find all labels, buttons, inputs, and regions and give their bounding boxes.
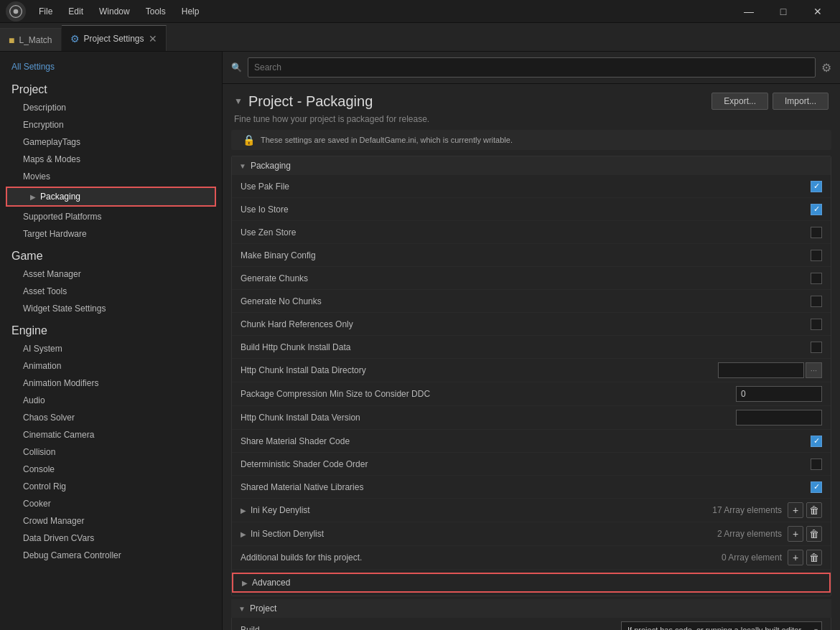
sidebar-item-description[interactable]: Description xyxy=(0,99,222,116)
close-button[interactable]: ✕ xyxy=(801,0,834,23)
checkbox-deterministic-shader[interactable] xyxy=(811,459,822,470)
import-button[interactable]: Import... xyxy=(773,93,829,110)
label-share-material-shader: Share Material Shader Code xyxy=(241,436,811,446)
compression-min-size-input[interactable] xyxy=(736,386,822,402)
ini-key-delete-btn[interactable]: 🗑 xyxy=(806,502,822,518)
app-logo xyxy=(6,1,26,22)
sidebar-item-maps-modes[interactable]: Maps & Modes xyxy=(0,151,222,168)
checkbox-use-pak-file[interactable] xyxy=(811,181,822,192)
project-rows: Build If project has code, or running a … xyxy=(231,618,831,630)
checkbox-generate-no-chunks[interactable] xyxy=(811,296,822,307)
build-dropdown[interactable]: If project has code, or running a locall… xyxy=(621,621,822,630)
build-dropdown-wrapper: If project has code, or running a locall… xyxy=(621,621,822,630)
label-build: Build xyxy=(241,625,621,630)
sidebar-item-asset-manager[interactable]: Asset Manager xyxy=(0,265,222,283)
sidebar-section-game: Game xyxy=(0,243,222,265)
sidebar-item-widget-state[interactable]: Widget State Settings xyxy=(0,300,222,317)
sidebar-item-control-rig[interactable]: Control Rig xyxy=(0,478,222,495)
sidebar-item-movies[interactable]: Movies xyxy=(0,168,222,185)
sidebar-item-target-hardware[interactable]: Target Hardware xyxy=(0,225,222,243)
row-ini-section-denylist: ▶ Ini Section Denylist 2 Array elements … xyxy=(232,522,831,546)
svg-point-1 xyxy=(14,9,19,14)
lock-icon: 🔒 xyxy=(243,134,255,146)
settings-gear-icon[interactable]: ⚙ xyxy=(821,61,831,75)
sidebar-item-packaging[interactable]: ▶ Packaging xyxy=(7,188,215,205)
row-chunk-hard-refs: Chunk Hard References Only xyxy=(232,313,831,336)
sidebar-item-debug-camera[interactable]: Debug Camera Controller xyxy=(0,547,222,564)
menu-file[interactable]: File xyxy=(32,4,60,19)
search-input[interactable] xyxy=(248,57,816,77)
menu-edit[interactable]: Edit xyxy=(61,4,90,19)
ini-key-count: 17 Array elements xyxy=(696,505,782,515)
label-generate-no-chunks: Generate No Chunks xyxy=(241,296,811,306)
tab-close-button[interactable]: ✕ xyxy=(149,33,157,44)
sidebar-item-gameplaytags[interactable]: GameplayTags xyxy=(0,133,222,151)
advanced-row[interactable]: ▶ Advanced xyxy=(232,573,831,593)
row-deterministic-shader: Deterministic Shader Code Order xyxy=(232,453,831,476)
menu-bar: File Edit Window Tools Help xyxy=(32,4,732,19)
packaging-arrow-icon: ▶ xyxy=(30,193,36,201)
sidebar-item-chaos-solver[interactable]: Chaos Solver xyxy=(0,409,222,426)
label-use-pak-file: Use Pak File xyxy=(241,182,811,192)
sidebar-item-crowd-manager[interactable]: Crowd Manager xyxy=(0,512,222,530)
ini-section-add-btn[interactable]: + xyxy=(788,526,803,542)
checkbox-build-http-chunk[interactable] xyxy=(811,342,822,353)
http-chunk-version-input[interactable] xyxy=(736,410,822,426)
project-section: ▼ Project Build If project has code, or … xyxy=(231,599,831,630)
minimize-button[interactable]: — xyxy=(732,0,765,23)
ini-section-delete-btn[interactable]: 🗑 xyxy=(806,526,822,542)
menu-tools[interactable]: Tools xyxy=(139,4,173,19)
advanced-arrow-icon: ▶ xyxy=(242,579,248,587)
ini-key-add-btn[interactable]: + xyxy=(788,502,803,518)
sidebar-item-ai-system[interactable]: AI System xyxy=(0,340,222,357)
sidebar-item-supported-platforms[interactable]: Supported Platforms xyxy=(0,208,222,225)
tab-active-icon: ⚙ xyxy=(70,33,80,44)
http-chunk-dir-input[interactable] xyxy=(718,362,804,378)
checkbox-make-binary-config[interactable] xyxy=(811,250,822,261)
http-chunk-dir-control: ··· xyxy=(718,362,822,378)
tab-active-label: Project Settings xyxy=(84,34,144,44)
checkbox-use-zen-store[interactable] xyxy=(811,227,822,238)
settings-notice: 🔒 These settings are saved in DefaultGam… xyxy=(231,130,831,150)
sidebar-item-cooker[interactable]: Cooker xyxy=(0,495,222,512)
sidebar-item-animation-modifiers[interactable]: Animation Modifiers xyxy=(0,375,222,392)
sidebar-item-asset-tools[interactable]: Asset Tools xyxy=(0,283,222,300)
project-section-header[interactable]: ▼ Project xyxy=(231,599,831,618)
checkbox-shared-material-native[interactable] xyxy=(811,481,822,493)
sidebar-item-console[interactable]: Console xyxy=(0,461,222,478)
row-make-binary-config: Make Binary Config xyxy=(232,244,831,267)
row-build-http-chunk: Build Http Chunk Install Data xyxy=(232,336,831,359)
ini-key-arrow: ▶ xyxy=(241,507,246,514)
tab-l-match[interactable]: ■ L_Match xyxy=(0,28,62,51)
menu-window[interactable]: Window xyxy=(92,4,137,19)
tab-project-settings[interactable]: ⚙ Project Settings ✕ xyxy=(62,25,167,51)
export-button[interactable]: Export... xyxy=(711,93,768,110)
ini-key-controls: + 🗑 xyxy=(788,502,822,518)
row-compression-min-size: Package Compression Min Size to Consider… xyxy=(232,382,831,406)
sidebar-all-settings[interactable]: All Settings xyxy=(0,57,222,76)
sidebar-item-audio[interactable]: Audio xyxy=(0,392,222,409)
sidebar-item-encryption[interactable]: Encryption xyxy=(0,116,222,133)
label-generate-chunks: Generate Chunks xyxy=(241,273,811,283)
maximize-button[interactable]: □ xyxy=(767,0,800,23)
page-title-bar: ▼ Project - Packaging Export... Import..… xyxy=(223,84,840,113)
row-http-chunk-version: Http Chunk Install Data Version xyxy=(232,406,831,430)
checkbox-use-io-store[interactable] xyxy=(811,204,822,215)
ini-section-count: 2 Array elements xyxy=(696,529,782,539)
checkbox-share-material-shader[interactable] xyxy=(811,436,822,447)
packaging-group-header[interactable]: ▼ Packaging xyxy=(232,156,831,175)
additional-builds-controls: + 🗑 xyxy=(788,550,822,565)
checkbox-chunk-hard-refs[interactable] xyxy=(811,319,822,330)
row-http-chunk-dir: Http Chunk Install Data Directory ··· xyxy=(232,359,831,382)
sidebar-item-cinematic-camera[interactable]: Cinematic Camera xyxy=(0,426,222,443)
additional-builds-add-btn[interactable]: + xyxy=(788,550,803,565)
packaging-group: ▼ Packaging Use Pak File Use Io Store Us… xyxy=(231,156,831,596)
browse-button[interactable]: ··· xyxy=(806,362,822,378)
sidebar-item-collision[interactable]: Collision xyxy=(0,443,222,461)
checkbox-generate-chunks[interactable] xyxy=(811,273,822,284)
sidebar-item-data-driven-cvars[interactable]: Data Driven CVars xyxy=(0,530,222,547)
additional-builds-delete-btn[interactable]: 🗑 xyxy=(806,550,822,565)
menu-help[interactable]: Help xyxy=(174,4,207,19)
row-ini-key-denylist: ▶ Ini Key Denylist 17 Array elements + 🗑 xyxy=(232,499,831,522)
sidebar-item-animation[interactable]: Animation xyxy=(0,357,222,375)
